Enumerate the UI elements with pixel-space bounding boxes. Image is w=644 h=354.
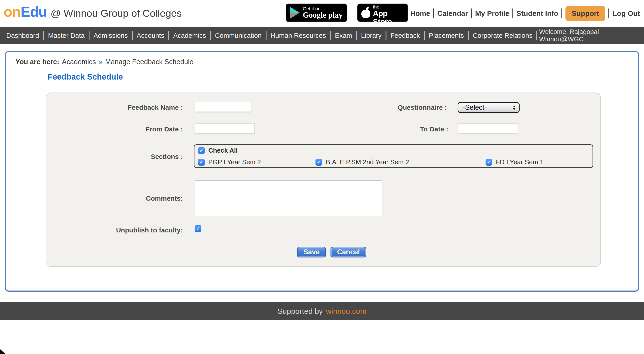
check-icon: ✓ [317, 160, 321, 165]
section-item: ✓ B.A. E.P.SM 2nd Year Sem 2 [316, 159, 409, 166]
check-icon: ✓ [200, 148, 204, 153]
section-item: ✓ FD I Year Sem 1 [486, 159, 544, 166]
app-store-name: App Store [373, 9, 408, 26]
app-logo[interactable]: on Edu @ Winnou Group of Colleges [4, 3, 182, 20]
breadcrumb-section[interactable]: Academics [62, 58, 96, 66]
menu-exam[interactable]: Exam [333, 32, 354, 39]
check-icon: ✓ [196, 226, 200, 231]
nav-separator [433, 8, 434, 18]
from-date-input[interactable] [195, 123, 255, 134]
menu-separator [468, 31, 469, 40]
logo-suffix-text: @ Winnou Group of Colleges [50, 7, 182, 19]
page-title: Feedback Schedule [48, 72, 123, 82]
to-date-input[interactable] [458, 123, 518, 134]
content-panel: You are here: Academics » Manage Feedbac… [5, 51, 639, 292]
menu-communication[interactable]: Communication [212, 32, 264, 39]
feedback-schedule-page: on Edu @ Winnou Group of Colleges Get it… [0, 0, 644, 354]
check-icon: ✓ [487, 160, 491, 165]
nav-separator [512, 8, 513, 18]
questionnaire-label: Questionnaire : [368, 104, 447, 111]
menu-separator [356, 31, 357, 40]
nav-log-out[interactable]: Log Out [612, 9, 640, 18]
welcome-text: Welcome, Rajagopal Winnou@WGC [539, 28, 639, 43]
feedback-name-input[interactable] [195, 102, 251, 112]
menu-academics[interactable]: Academics [171, 32, 208, 39]
menu-separator [330, 31, 331, 40]
nav-my-profile[interactable]: My Profile [475, 9, 509, 18]
footer-link[interactable]: winnou.com [326, 307, 366, 316]
cancel-button[interactable]: Cancel [330, 247, 366, 257]
nav-separator [608, 8, 609, 18]
menu-human-resources[interactable]: Human Resources [268, 32, 328, 39]
apple-icon [362, 7, 370, 18]
menu-placements[interactable]: Placements [426, 32, 466, 39]
top-nav: Home Calendar My Profile Student Info Su… [410, 0, 640, 27]
select-stepper-icon: ▲ ▼ [512, 105, 516, 110]
section-label: B.A. E.P.SM 2nd Year Sem 2 [326, 159, 409, 166]
unpublish-label: Unpublish to faculty: [46, 226, 183, 234]
breadcrumb-page: Manage Feedback Schedule [105, 58, 194, 66]
breadcrumb-separator-icon: » [98, 58, 102, 66]
menu-feedback[interactable]: Feedback [388, 32, 422, 39]
check-all-checkbox[interactable]: ✓ [198, 147, 205, 154]
menu-admissions[interactable]: Admissions [91, 32, 130, 39]
feedback-schedule-form: Feedback Name : Questionnaire : -Select-… [46, 93, 601, 267]
google-play-icon [290, 7, 300, 18]
footer: Supported by winnou.com [0, 302, 644, 320]
menu-separator [210, 31, 211, 40]
google-play-tagline: Get it on [303, 6, 342, 11]
feedback-name-label: Feedback Name : [46, 104, 183, 111]
menu-separator [132, 31, 133, 40]
google-play-name: Google play [303, 11, 342, 19]
google-play-badge[interactable]: Get it on Google play [286, 3, 347, 22]
section-checkbox-fd[interactable]: ✓ [486, 159, 492, 166]
questionnaire-selected-value: -Select- [458, 103, 512, 112]
menu-separator [168, 31, 169, 40]
menu-separator [43, 31, 44, 40]
menu-accounts[interactable]: Accounts [134, 32, 166, 39]
menu-corporate-relations[interactable]: Corporate Relations [470, 32, 535, 39]
section-label: FD I Year Sem 1 [496, 159, 544, 166]
comments-textarea[interactable] [195, 180, 382, 216]
check-icon: ✓ [200, 160, 204, 165]
app-store-badge[interactable]: Download on the App Store [357, 3, 408, 22]
logo-on-text: on [4, 3, 20, 20]
nav-separator [562, 8, 562, 18]
to-date-label: To Date : [370, 125, 448, 133]
menu-library[interactable]: Library [359, 32, 384, 39]
cursor-artifact [0, 349, 5, 354]
unpublish-checkbox[interactable]: ✓ [195, 225, 202, 232]
form-actions: Save Cancel [297, 247, 366, 257]
menu-dashboard[interactable]: Dashboard [4, 32, 42, 39]
menu-separator [424, 31, 425, 40]
save-button[interactable]: Save [297, 247, 326, 257]
menu-separator [536, 31, 537, 40]
nav-home[interactable]: Home [410, 9, 430, 18]
nav-student-info[interactable]: Student Info [516, 9, 558, 18]
section-checkbox-ba[interactable]: ✓ [316, 159, 322, 166]
menu-master-data[interactable]: Master Data [46, 32, 87, 39]
menu-separator [386, 31, 386, 40]
header: on Edu @ Winnou Group of Colleges Get it… [0, 0, 644, 27]
unpublish-item: ✓ [195, 225, 202, 232]
footer-text: Supported by [278, 307, 323, 316]
sections-box: ✓ Check All ✓ PGP I Year Sem 2 ✓ B.A. E.… [194, 144, 593, 168]
comments-label: Comments: [46, 195, 183, 202]
menu-separator [266, 31, 266, 40]
nav-calendar[interactable]: Calendar [437, 9, 468, 18]
menu-separator [88, 31, 90, 40]
app-store-tagline: Download on the [373, 0, 408, 9]
questionnaire-select[interactable]: -Select- ▲ ▼ [458, 102, 520, 113]
nav-separator [471, 8, 472, 18]
support-button[interactable]: Support [566, 6, 606, 21]
check-all-item: ✓ Check All [198, 147, 238, 154]
from-date-label: From Date : [46, 125, 183, 133]
breadcrumb-prefix: You are here: [16, 58, 59, 66]
section-checkbox-pgp[interactable]: ✓ [198, 159, 205, 166]
main-menubar: Dashboard Master Data Admissions Account… [0, 27, 644, 44]
sections-label: Sections : [46, 153, 183, 161]
section-label: PGP I Year Sem 2 [208, 159, 261, 166]
logo-edu-text: Edu [20, 3, 47, 20]
check-all-label: Check All [208, 147, 238, 154]
breadcrumb: You are here: Academics » Manage Feedbac… [16, 58, 193, 66]
